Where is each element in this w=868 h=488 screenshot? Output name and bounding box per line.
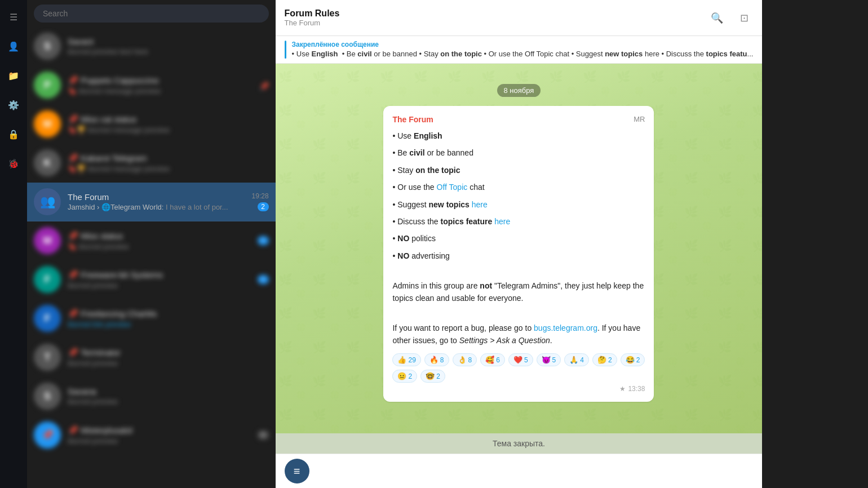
avatar: S <box>34 383 61 410</box>
nav-strip: ☰ 👤 📁 ⚙️ 🔒 🐞 <box>0 0 27 488</box>
chat-name: 📌 Kakarot Telegram <box>68 153 228 163</box>
reaction-love[interactable]: 🥰6 <box>480 353 505 366</box>
chat-preview: 🔖 blurred message preview <box>68 87 228 95</box>
chat-sidebar: S Savani blurred preview text here P 📌 P… <box>27 0 276 488</box>
pinned-label: Закреплённое сообщение <box>292 41 754 48</box>
list-item[interactable]: S Savana blurred preview <box>27 377 276 416</box>
unread-badge: 2 <box>258 202 269 211</box>
chat-preview: Jamshid › 🌐Telegram World: I have a lot … <box>68 203 228 211</box>
star-icon: ★ <box>619 385 626 393</box>
nav-icon-6[interactable]: 🐞 <box>3 153 24 174</box>
topics-feature-link[interactable]: here <box>494 217 510 226</box>
off-topic-link[interactable]: Off Topic <box>437 183 468 192</box>
list-item[interactable]: F 📌 Freelancing CharMs blurred link prev… <box>27 299 276 338</box>
avatar: M <box>34 110 61 137</box>
chat-preview: blurred preview <box>68 281 228 290</box>
chat-name: 📌 Puppets Cappuccino <box>68 76 228 86</box>
reaction-ok[interactable]: 👌8 <box>453 353 477 366</box>
message-body: • Use English • Be civil or be banned • … <box>392 130 645 347</box>
chat-preview: blurred preview <box>68 437 228 445</box>
reaction-pray[interactable]: 🙏4 <box>564 353 589 366</box>
list-item[interactable]: T 📌 Terminator blurred preview <box>27 338 276 377</box>
chat-preview: blurred preview text here <box>68 47 228 56</box>
unread-badge: • <box>258 236 269 245</box>
bug-report-link[interactable]: bugs.telegram.org <box>534 323 597 332</box>
chat-name: 📌 Miss cat status <box>68 114 228 125</box>
pinned-text: • Use English • Be civil or be banned • … <box>292 50 754 58</box>
message-time: 13:38 <box>628 385 645 393</box>
chat-name: 📌 Terminator <box>68 348 228 358</box>
main-chat-area: Forum Rules The Forum 🔍 ⊡ Закреплённое с… <box>276 0 763 488</box>
avatar: P <box>34 72 61 99</box>
chat-preview: 🔖 blurred preview <box>68 242 228 251</box>
chat-name: Savani <box>68 37 228 46</box>
chat-subtitle: The Forum <box>285 19 708 27</box>
reaction-laugh[interactable]: 😂2 <box>621 353 645 366</box>
reaction-heart[interactable]: ❤️5 <box>508 353 533 366</box>
chat-time: 19:28 <box>252 192 269 200</box>
chat-name: 📌 Freelancing CharMs <box>68 309 228 319</box>
chat-name: 📌 Miss status <box>68 231 228 241</box>
topic-closed-bar: Тема закрыта. <box>276 433 763 454</box>
chat-name: The Forum <box>68 192 228 202</box>
avatar: T <box>34 344 61 371</box>
chat-list: S Savani blurred preview text here P 📌 P… <box>27 27 276 488</box>
search-bar[interactable] <box>27 0 276 27</box>
forum-action-button[interactable]: ≡ <box>285 459 309 483</box>
chat-header: Forum Rules The Forum 🔍 ⊡ <box>276 0 763 36</box>
reaction-neutral[interactable]: 😐2 <box>392 370 417 383</box>
search-input[interactable] <box>34 5 269 23</box>
chat-preview: blurred preview <box>68 359 228 367</box>
avatar: K <box>34 149 61 176</box>
reaction-fire[interactable]: 🔥8 <box>424 353 449 366</box>
list-item[interactable]: F 📌 Freeware-bit Systems blurred preview… <box>27 260 276 299</box>
new-topics-link[interactable]: here <box>472 200 488 209</box>
list-item[interactable]: M 📌 Miss status 🔖 blurred preview • <box>27 221 276 260</box>
chat-name: Savana <box>68 387 228 396</box>
list-item[interactable]: K 📌 Kakarot Telegram 🔖🏆 blurred message … <box>27 144 276 183</box>
avatar: F <box>34 305 61 332</box>
list-item[interactable]: 📌 📌 Misterplusalol blurred preview • <box>27 416 276 455</box>
search-icon[interactable]: 🔍 <box>708 9 726 27</box>
pin-icon: 📌 <box>259 82 269 91</box>
unread-badge: • <box>258 275 269 284</box>
chat-preview: blurred link preview <box>68 320 228 329</box>
avatar: 👥 <box>34 188 61 215</box>
layout-icon[interactable]: ⊡ <box>735 9 753 27</box>
avatar: M <box>34 227 61 254</box>
message-bubble: The Forum MR • Use English • Be civil or… <box>383 106 654 402</box>
list-item[interactable]: S Savani blurred preview text here <box>27 27 276 66</box>
avatar: F <box>34 266 61 293</box>
message-sender: The Forum <box>392 115 433 124</box>
reaction-think[interactable]: 🤔2 <box>592 353 617 366</box>
chat-input-area: ≡ <box>276 454 763 488</box>
reactions-row: 👍29 🔥8 👌8 🥰6 ❤️5 😈5 🙏4 🤔2 😂2 😐2 🤓2 <box>392 353 645 383</box>
chat-name: 📌 Freeware-bit Systems <box>68 270 228 280</box>
unread-badge: • <box>258 431 269 440</box>
message-via: MR <box>634 115 645 124</box>
nav-icon-4[interactable]: ⚙️ <box>3 95 24 115</box>
nav-icon-1[interactable]: ☰ <box>3 7 24 27</box>
avatar: 📌 <box>34 422 61 449</box>
nav-icon-3[interactable]: 📁 <box>3 65 24 86</box>
reaction-thumbsup[interactable]: 👍29 <box>392 353 420 366</box>
chat-preview: 🔖🏆 blurred message preview <box>68 126 228 134</box>
chat-title: Forum Rules <box>285 8 708 19</box>
chat-background: 🌿 🍀 8 ноября The Forum MR • <box>276 64 763 433</box>
chat-preview: 🔖🏆 blurred message preview <box>68 165 228 173</box>
pinned-bar-accent <box>285 41 286 59</box>
the-forum-chat-item[interactable]: 👥 The Forum Jamshid › 🌐Telegram World: I… <box>27 183 276 221</box>
reaction-nerd[interactable]: 🤓2 <box>420 370 445 383</box>
avatar: S <box>34 33 61 60</box>
chat-preview: blurred preview <box>68 397 228 406</box>
reaction-devil[interactable]: 😈5 <box>537 353 561 366</box>
pinned-message-bar[interactable]: Закреплённое сообщение • Use English • B… <box>276 36 763 64</box>
chat-name: 📌 Misterplusalol <box>68 425 228 436</box>
nav-icon-2[interactable]: 👤 <box>3 36 24 56</box>
list-item[interactable]: M 📌 Miss cat status 🔖🏆 blurred message p… <box>27 105 276 144</box>
list-item[interactable]: P 📌 Puppets Cappuccino 🔖 blurred message… <box>27 66 276 105</box>
nav-icon-5[interactable]: 🔒 <box>3 124 24 144</box>
